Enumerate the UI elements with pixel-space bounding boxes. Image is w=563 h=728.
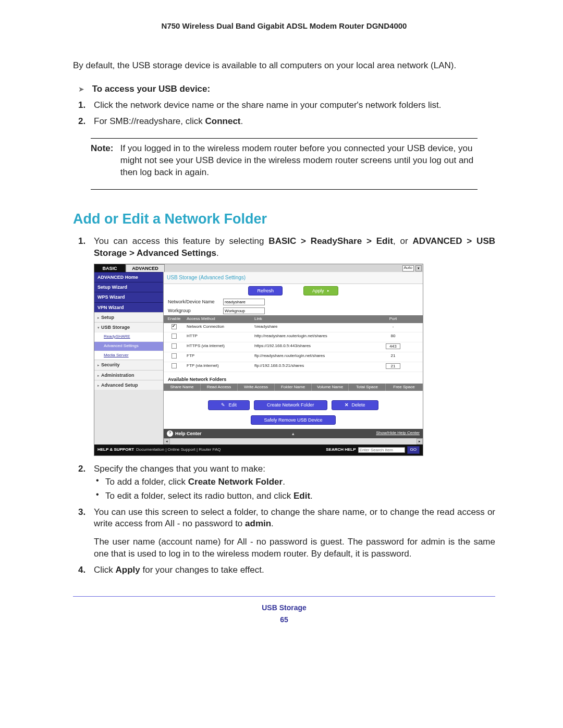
support-links[interactable]: Documentation | Online Support | Router … bbox=[136, 447, 221, 453]
sidebar-item-setup[interactable]: ▸Setup bbox=[94, 312, 163, 322]
help-center-bar[interactable]: ? Help Center ▴ Show/Hide Help Center bbox=[164, 429, 423, 438]
sidebar-item-readyshare[interactable]: ReadySHARE bbox=[94, 332, 163, 341]
language-select[interactable]: Auto bbox=[402, 265, 414, 272]
access-port: 80 bbox=[377, 332, 409, 342]
apply-button[interactable]: Apply▸ bbox=[303, 286, 338, 295]
footer-title: USB Storage bbox=[73, 603, 495, 613]
support-bar: HELP & SUPPORT Documentation | Online Su… bbox=[94, 445, 423, 455]
access-grid-header: Enable Access Method Link Port bbox=[164, 315, 423, 323]
tab-basic[interactable]: BASIC bbox=[94, 264, 126, 272]
sidebar-item-advanced-setup[interactable]: ▸Advanced Setup bbox=[94, 380, 163, 390]
page-footer: USB Storage 65 bbox=[73, 603, 495, 625]
col-method: Access Method bbox=[185, 315, 252, 323]
chevron-left-icon[interactable]: ◂ bbox=[164, 438, 170, 445]
step-3-a: You can use this screen to select a fold… bbox=[94, 507, 495, 529]
panel-title: USB Storage (Advanced Settings) bbox=[164, 272, 423, 284]
sidebar-item-advanced-settings[interactable]: Advanced Settings bbox=[94, 341, 163, 351]
sidebar-item-vpn-wizard[interactable]: VPN Wizard bbox=[94, 302, 163, 312]
step-3-c: . bbox=[271, 519, 274, 528]
access-method: HTTP bbox=[185, 332, 252, 342]
table-row: HTTPhttp://readyshare.routerlogin.net/sh… bbox=[164, 332, 423, 342]
access-port: - bbox=[377, 323, 409, 332]
col-total: Total Space bbox=[349, 384, 386, 391]
chevron-right-icon: ▸ bbox=[97, 373, 101, 378]
delete-folder-button[interactable]: ✕Delete bbox=[332, 400, 378, 410]
chevron-up-icon[interactable]: ▴ bbox=[292, 430, 295, 437]
close-icon: ✕ bbox=[345, 402, 349, 408]
create-folder-button[interactable]: Create Network Folder bbox=[254, 400, 327, 410]
apply-label: Apply bbox=[312, 288, 324, 294]
table-row: HTTPS (via internet)https://192.168.0.5:… bbox=[164, 342, 423, 352]
access-step-1: 1. Click the network device name or the … bbox=[94, 100, 495, 112]
bullet-add-folder: To add a folder, click Create Network Fo… bbox=[94, 476, 495, 488]
step-1-e: . bbox=[216, 248, 219, 258]
step-4-a: Click bbox=[94, 565, 116, 575]
page-number: 65 bbox=[73, 615, 495, 625]
sidebar-item-setup-wizard[interactable]: Setup Wizard bbox=[94, 282, 163, 292]
enable-checkbox[interactable] bbox=[172, 334, 177, 339]
procedure-heading: ➤ To access your USB device: bbox=[78, 83, 495, 95]
workgroup-field[interactable] bbox=[223, 307, 265, 314]
horizontal-scrollbar[interactable]: ◂ ▸ bbox=[164, 438, 423, 445]
access-step-2-a: For SMB://readyshare, click bbox=[94, 116, 205, 126]
table-row: FTP (via internet)ftp://192.168.0.5:21/s… bbox=[164, 362, 423, 372]
step-3: 3. You can use this screen to select a f… bbox=[94, 507, 495, 561]
access-method: FTP (via internet) bbox=[185, 362, 252, 372]
footer-rule bbox=[73, 596, 495, 597]
sidebar-item-wps-wizard[interactable]: WPS Wizard bbox=[94, 292, 163, 302]
col-read: Read Access bbox=[201, 384, 238, 391]
delete-label: Delete bbox=[352, 402, 365, 408]
intro-paragraph: By default, the USB storage device is av… bbox=[73, 60, 495, 72]
go-button[interactable]: GO bbox=[407, 446, 420, 454]
note-block: Note: If you logged in to the wireless m… bbox=[73, 143, 495, 179]
port-field[interactable]: 443 bbox=[386, 343, 400, 349]
step-4: 4. Click Apply for your changes to take … bbox=[94, 564, 495, 576]
step-3-b: admin bbox=[245, 519, 271, 528]
step-4-c: for your changes to take effect. bbox=[140, 565, 264, 575]
procedure-heading-text: To access your USB device: bbox=[92, 84, 210, 94]
access-method: FTP bbox=[185, 352, 252, 362]
tab-advanced[interactable]: ADVANCED bbox=[126, 264, 165, 272]
step-1-a: You can access this feature by selecting bbox=[94, 236, 268, 246]
col-folder: Folder Name bbox=[275, 384, 312, 391]
chevron-right-icon[interactable]: ▸ bbox=[417, 438, 423, 445]
search-help-input[interactable] bbox=[358, 447, 405, 453]
safe-remove-button[interactable]: Safely Remove USB Device bbox=[251, 415, 335, 425]
access-link: ftp://readyshare.routerlogin.net/shares bbox=[252, 352, 377, 362]
access-link: http://readyshare.routerlogin.net/shares bbox=[252, 332, 377, 342]
enable-checkbox[interactable] bbox=[172, 363, 177, 368]
help-center-label: Help Center bbox=[175, 430, 202, 437]
note-rule-bottom bbox=[91, 189, 478, 190]
chevron-right-icon: ▸ bbox=[97, 383, 101, 388]
access-port: 21 bbox=[377, 352, 409, 362]
port-field[interactable]: 21 bbox=[386, 363, 400, 369]
step-1-c: , or bbox=[393, 236, 413, 246]
sidebar-item-advanced-home[interactable]: ADVANCED Home bbox=[94, 272, 163, 282]
enable-checkbox[interactable] bbox=[172, 343, 177, 349]
sidebar-setup-label: Setup bbox=[101, 315, 114, 320]
document-title: N750 Wireless Dual Band Gigabit ADSL Mod… bbox=[73, 21, 495, 31]
access-step-2-b: Connect bbox=[205, 116, 241, 126]
chevron-right-icon: ➤ bbox=[78, 84, 90, 94]
sidebar-item-administration[interactable]: ▸Administration bbox=[94, 370, 163, 380]
col-port: Port bbox=[377, 315, 409, 323]
enable-checkbox[interactable] bbox=[172, 324, 177, 329]
sidebar-item-security[interactable]: ▸Security bbox=[94, 360, 163, 369]
network-name-field[interactable] bbox=[223, 299, 265, 305]
step-1: 1. You can access this feature by select… bbox=[94, 236, 495, 260]
step-2: 2. Specify the changes that you want to … bbox=[94, 463, 495, 502]
refresh-button[interactable]: Refresh bbox=[248, 286, 283, 295]
edit-folder-button[interactable]: ✎Edit bbox=[208, 400, 250, 410]
sidebar: ADVANCED Home Setup Wizard WPS Wizard VP… bbox=[94, 272, 163, 445]
chevron-down-icon[interactable]: ▾ bbox=[415, 265, 422, 272]
col-free: Free Space bbox=[386, 384, 423, 391]
show-hide-help-link[interactable]: Show/Hide Help Center bbox=[376, 430, 420, 436]
chevron-right-icon: ▸ bbox=[97, 315, 101, 320]
pencil-icon: ✎ bbox=[221, 402, 225, 408]
access-port: 443 bbox=[377, 342, 409, 352]
sidebar-item-media-server[interactable]: Media Server bbox=[94, 351, 163, 360]
sidebar-item-usb-storage[interactable]: ▾USB Storage bbox=[94, 322, 163, 332]
enable-checkbox[interactable] bbox=[172, 353, 177, 359]
access-step-2-c: . bbox=[241, 116, 243, 126]
available-folders-label: Available Network Folders bbox=[168, 376, 226, 382]
